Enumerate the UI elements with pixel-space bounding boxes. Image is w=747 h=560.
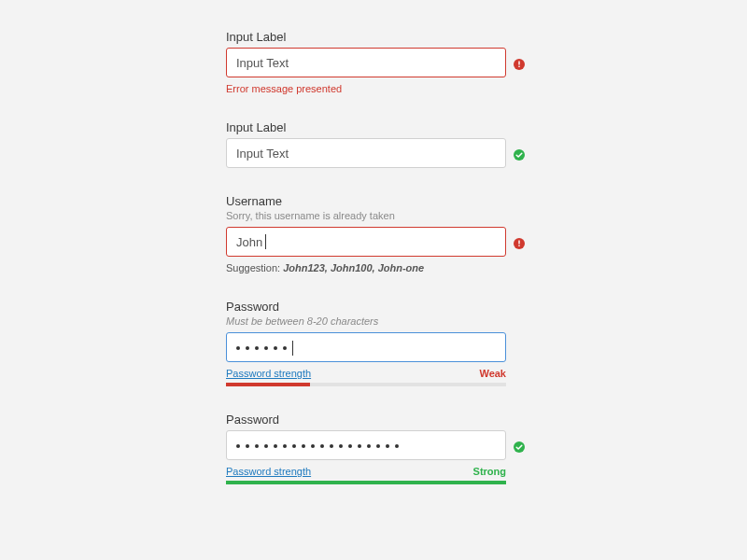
input-wrap (226, 48, 506, 77)
error-message: Error message presented (226, 83, 506, 94)
strength-fill-strong (226, 481, 506, 484)
password-dot (302, 444, 305, 448)
input-sublabel: Sorry, this username is already taken (226, 210, 506, 221)
password-dot (255, 444, 259, 448)
password-dot (367, 444, 371, 448)
input-label: Password (226, 300, 506, 314)
password-dots (227, 333, 505, 363)
password-dot (376, 444, 380, 448)
text-cursor (292, 341, 293, 356)
password-dot (264, 346, 268, 350)
password-dot (330, 444, 333, 448)
password-dot (246, 444, 249, 448)
username-input[interactable] (226, 227, 506, 257)
error-icon (514, 236, 525, 247)
success-icon (514, 440, 525, 451)
password-input-weak[interactable] (226, 332, 506, 362)
password-input-strong[interactable] (226, 430, 506, 460)
input-label: Input Label (226, 30, 506, 44)
password-dot (283, 444, 287, 448)
strength-label-strong: Strong (473, 466, 506, 477)
svg-point-3 (514, 149, 525, 161)
input-sublabel: Must be between 8-20 characters (226, 315, 506, 327)
text-cursor (265, 234, 266, 249)
password-dot (255, 346, 259, 350)
password-dot (274, 444, 277, 448)
field-group-success: Input Label (226, 120, 506, 168)
password-dot (339, 444, 343, 448)
input-wrap (226, 430, 506, 460)
password-dot (236, 346, 240, 350)
input-wrap (226, 138, 506, 168)
input-label: Password (226, 413, 506, 427)
field-group-error: Input Label Error message presented (226, 30, 506, 94)
strength-row: Password strength Strong (226, 466, 506, 477)
error-icon (514, 57, 525, 68)
input-label: Input Label (226, 120, 506, 134)
input-label: Username (226, 194, 506, 208)
field-group-username: Username Sorry, this username is already… (226, 194, 506, 273)
strength-row: Password strength Weak (226, 368, 506, 379)
svg-rect-1 (518, 62, 519, 65)
password-dot (292, 444, 296, 448)
password-dot (395, 444, 399, 448)
strength-bar (226, 481, 506, 484)
password-dot (236, 444, 240, 448)
svg-rect-2 (518, 66, 519, 67)
svg-rect-6 (518, 245, 519, 246)
field-group-password-weak: Password Must be between 8-20 characters… (226, 300, 506, 386)
password-dot (348, 444, 352, 448)
suggestion-prefix: Suggestion: (226, 262, 283, 273)
text-input-error[interactable] (226, 48, 506, 77)
strength-label-weak: Weak (479, 368, 506, 379)
password-dot (264, 444, 268, 448)
password-dots (227, 431, 505, 461)
password-dot (274, 346, 277, 350)
strength-bar (226, 383, 506, 386)
password-dot (246, 346, 249, 350)
password-dot (358, 444, 361, 448)
input-wrap (226, 227, 506, 257)
password-dot (320, 444, 324, 448)
field-group-password-strong: Password Password strength Strong (226, 413, 506, 484)
password-dot (311, 444, 315, 448)
password-strength-link[interactable]: Password strength (226, 368, 311, 379)
password-strength-link[interactable]: Password strength (226, 466, 311, 477)
success-icon (514, 147, 525, 159)
input-wrap (226, 332, 506, 362)
password-dot (283, 346, 287, 350)
username-suggestion: Suggestion: John123, John100, John-one (226, 262, 506, 273)
svg-rect-5 (518, 241, 519, 245)
suggestion-values: John123, John100, John-one (283, 262, 424, 273)
password-dot (386, 444, 389, 448)
strength-fill-weak (226, 383, 310, 386)
svg-point-7 (514, 441, 525, 453)
text-input-success[interactable] (226, 138, 506, 168)
